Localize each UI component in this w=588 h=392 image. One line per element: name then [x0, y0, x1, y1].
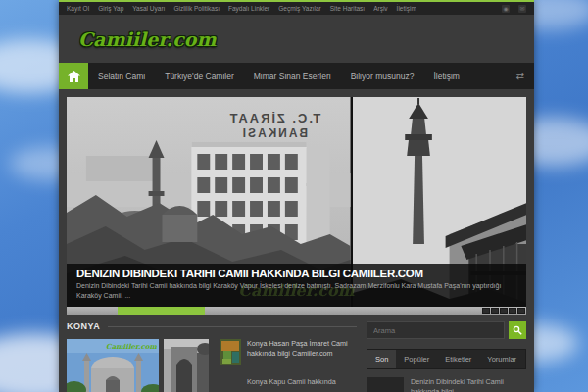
site-logo[interactable]: Camiiler.com — [78, 28, 217, 50]
featured-slider[interactable]: T.C. ZİRAAT BANKASI — [67, 97, 526, 315]
konya-list-item-1-title[interactable]: Konya Hasan Paşa İmaret Cami hakkında bi… — [247, 339, 357, 365]
nav-item-biliyor-musunuz[interactable]: Biliyor musunuz? — [341, 63, 424, 89]
konya-list-item-1[interactable]: Konya Hasan Paşa İmaret Cami hakkında bi… — [220, 339, 357, 365]
topbar-link-yasal-uyari[interactable]: Yasal Uyarı — [132, 5, 165, 12]
home-icon — [68, 71, 80, 82]
slider-page-dot[interactable] — [491, 308, 499, 314]
slide-headline[interactable]: DENIZIN DIBINDEKI TARIHI CAMII HAKKıNDA … — [76, 268, 516, 279]
site-header: Camiiler.com — [59, 15, 534, 63]
home-button[interactable] — [59, 63, 88, 89]
slider-page-dot[interactable] — [509, 308, 516, 314]
topbar-link-giris-yap[interactable]: Giriş Yap — [98, 5, 123, 12]
konya-section: KONYA Camiiler.com — [67, 321, 357, 392]
recent-post-item[interactable]: Denizin Dibindeki Tarihi Camii hakkında … — [367, 377, 526, 392]
slider-page-dot[interactable] — [517, 308, 525, 314]
konya-list-item-2-title[interactable]: Konya Kapu Camii hakkında — [247, 377, 357, 386]
sidebar: Son Popüler Etiketler Yorumlar Denizin D… — [367, 321, 526, 392]
site-container: Kayıt Ol Giriş Yap Yasal Uyarı Gizlilik … — [59, 0, 534, 392]
nav-item-turkiyede-camiler[interactable]: Türkiye'de Camiler — [155, 63, 244, 89]
bank-sign-line2: BANKASI — [241, 126, 308, 140]
search-input[interactable] — [367, 321, 505, 339]
slider-page-dot[interactable] — [482, 308, 490, 314]
slide-caption[interactable]: DENIZIN DIBINDEKI TARIHI CAMII HAKKıNDA … — [67, 264, 526, 307]
thumb-watermark: Camiiler.com — [106, 342, 157, 351]
search-button[interactable] — [509, 321, 526, 339]
topbar-link-arsiv[interactable]: Arşiv — [373, 5, 387, 12]
recent-post-title[interactable]: Denizin Dibindeki Tarihi Camii hakkında … — [411, 377, 526, 392]
section-divider — [108, 326, 357, 327]
content-area: T.C. ZİRAAT BANKASI — [59, 89, 534, 392]
search-icon — [513, 325, 522, 335]
slider-progressbar[interactable] — [67, 307, 526, 315]
topbar-link-gizlilik[interactable]: Gizlilik Politikası — [173, 5, 220, 12]
topbar-link-faydali-linkler[interactable]: Faydalı Linkler — [228, 5, 270, 12]
tab-yorumlar[interactable]: Yorumlar — [479, 350, 524, 368]
topbar-link-gecmis-yazilar[interactable]: Geçmiş Yazılar — [278, 5, 320, 12]
slider-progress-fill — [118, 307, 205, 315]
recent-post-thumbnail[interactable] — [367, 377, 404, 392]
tab-populer[interactable]: Popüler — [396, 350, 437, 368]
nav-item-mimar-sinan-eserleri[interactable]: Mimar Sinan Eserleri — [244, 63, 341, 89]
konya-list-item-2[interactable]: Konya Kapu Camii hakkında — [220, 377, 357, 386]
nav-item-iletisim[interactable]: İletişim — [423, 63, 468, 89]
bank-sign-line1: T.C. ZİRAAT — [227, 111, 320, 125]
konya-list-item-1-thumbnail[interactable] — [220, 339, 241, 365]
topbar-link-kayit-ol[interactable]: Kayıt Ol — [67, 5, 89, 12]
tab-son[interactable]: Son — [368, 350, 396, 368]
topbar: Kayıt Ol Giriş Yap Yasal Uyarı Gizlilik … — [59, 2, 534, 15]
mail-icon[interactable]: ✉ — [518, 5, 526, 13]
random-post-icon[interactable]: ⇄ — [516, 63, 534, 89]
topbar-link-iletisim[interactable]: İletişim — [397, 5, 416, 12]
nav-item-selatin-cami[interactable]: Selatin Cami — [88, 63, 155, 89]
main-nav: Selatin Cami Türkiye'de Camiler Mimar Si… — [59, 63, 534, 89]
slider-page-dot[interactable] — [500, 308, 508, 314]
konya-section-title: KONYA — [67, 321, 100, 331]
topbar-link-site-haritasi[interactable]: Site Haritası — [330, 5, 365, 12]
tab-etiketler[interactable]: Etiketler — [437, 350, 479, 368]
rss-icon[interactable]: ◉ — [502, 5, 510, 13]
slider-pager[interactable] — [481, 307, 526, 315]
konya-post-thumbnail-large[interactable]: Camiiler.com — [67, 339, 159, 392]
slide-excerpt: Denizin Dibindeki Tarihi Camii hakkında … — [76, 281, 508, 301]
konya-post-thumbnail-portal[interactable] — [164, 339, 209, 392]
sidebar-tabs: Son Popüler Etiketler Yorumlar — [367, 349, 526, 369]
